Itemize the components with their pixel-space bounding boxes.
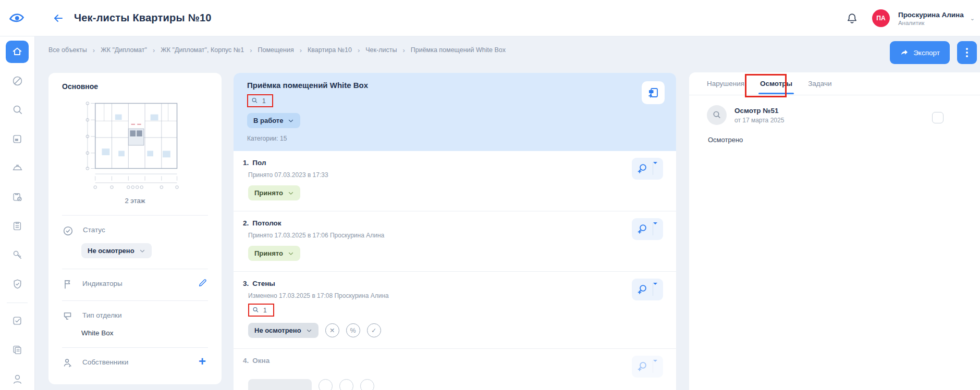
reject-x-icon[interactable]: ✕ — [325, 323, 339, 337]
chevron-down-icon — [288, 190, 294, 196]
breadcrumb-item-current: Приёмка помещений White Box — [411, 46, 506, 54]
chevron-down-icon — [139, 248, 145, 254]
edit-pencil-icon[interactable] — [198, 278, 208, 288]
sidebar-item-checklists[interactable] — [6, 215, 29, 237]
more-actions-button[interactable] — [957, 41, 977, 64]
sidebar-item-access[interactable] — [6, 244, 29, 266]
tab-violations[interactable]: Нарушения — [707, 80, 744, 87]
notifications-bell-icon[interactable] — [846, 12, 859, 25]
user-menu-chevron-icon[interactable]: ⌄ — [970, 15, 975, 22]
clipboard-check-icon — [11, 191, 23, 203]
export-share-icon — [900, 48, 909, 57]
owners-row: Собственники + — [48, 348, 222, 369]
page-title: Чек-листы Квартиры №10 — [74, 12, 212, 24]
inspection-checkbox[interactable] — [932, 112, 944, 123]
breadcrumb-item[interactable]: ЖК "Дипломат", Корпус №1 — [161, 46, 244, 54]
caret-down-icon[interactable] — [653, 164, 663, 173]
item-meta: Принято 17.03.2025 в 17:06 Проскурина Ал… — [248, 232, 663, 239]
sidebar-item-inspections[interactable] — [6, 186, 29, 208]
status-label: Статус — [83, 225, 105, 234]
item-number: 1. — [243, 159, 249, 167]
breadcrumb-separator-icon: › — [93, 46, 95, 54]
checklist-title: Приёмка помещений White Box — [247, 81, 663, 90]
magnifier-plus-icon — [632, 162, 653, 175]
breadcrumb-item[interactable]: Квартира №10 — [308, 46, 352, 54]
item-status-dropdown[interactable]: Не осмотрено — [248, 323, 318, 338]
tab-inspections[interactable]: Осмотры — [760, 80, 792, 87]
floor-label: 2 этаж — [48, 197, 222, 205]
caret-down-icon[interactable] — [653, 224, 663, 234]
item-title: Потолок — [252, 219, 281, 227]
kebab-dot — [966, 55, 968, 57]
item-meta: Принято 07.03.2023 в 17:33 — [248, 171, 663, 179]
indicators-label: Индикаторы — [82, 279, 123, 287]
add-owner-plus-icon[interactable]: + — [199, 354, 206, 369]
kebab-dot — [966, 48, 968, 50]
accept-check-icon[interactable]: ✓ — [367, 323, 381, 337]
export-button[interactable]: Экспорт — [890, 41, 950, 64]
breadcrumb-item[interactable]: Помещения — [258, 46, 293, 54]
breadcrumb-separator-icon: › — [402, 46, 405, 54]
partial-percent-icon — [339, 379, 353, 390]
magnifier-plus-icon — [632, 360, 653, 373]
sidebar-item-security[interactable] — [6, 273, 29, 295]
ban-icon — [11, 75, 23, 87]
item-inspect-button-group[interactable] — [632, 218, 663, 240]
checklist-card: Приёмка помещений White Box 1 В работе К… — [234, 73, 676, 390]
sidebar-item-documents[interactable] — [6, 338, 29, 361]
key-icon — [11, 249, 23, 261]
sidebar-item-restricted[interactable] — [6, 70, 29, 92]
checklist-status-value: В работе — [253, 117, 283, 124]
item-meta: Изменено 17.03.2025 в 17:08 Проскурина А… — [248, 292, 663, 299]
app-logo-eye-icon[interactable] — [6, 10, 27, 26]
active-tab-underline — [758, 93, 794, 94]
chevron-down-icon — [306, 328, 312, 334]
sidebar-divider — [7, 303, 28, 303]
item-inspect-button-group[interactable] — [632, 279, 663, 300]
apartment-status-value: Не осмотрено — [88, 247, 134, 255]
user-info[interactable]: Проскурина Алина Аналитик — [898, 11, 964, 26]
sidebar-item-home[interactable] — [6, 41, 29, 63]
breadcrumb-separator-icon: › — [153, 46, 155, 54]
magnifier-icon — [252, 306, 260, 314]
checklist-status-dropdown[interactable]: В работе — [247, 113, 300, 128]
item-status-dropdown[interactable]: Принято — [248, 246, 300, 261]
item-inspect-button-group[interactable] — [632, 158, 663, 180]
item-inspections-count-badge-annotated[interactable]: 1 — [248, 304, 274, 317]
checklist-item-okna[interactable]: 4. Окна — [234, 349, 676, 390]
item-status-value: Принято — [254, 189, 283, 197]
card-icon — [11, 133, 23, 145]
search-icon — [11, 104, 23, 116]
sidebar-item-search[interactable] — [6, 99, 29, 121]
tab-tasks[interactable]: Задачи — [808, 80, 831, 87]
magnifier-plus-icon — [632, 283, 653, 296]
item-status-dropdown[interactable]: Принято — [248, 185, 300, 200]
breadcrumb: Все объекты › ЖК "Дипломат" › ЖК "Диплом… — [48, 36, 506, 64]
inspection-list-item[interactable]: Осмотр №51 от 17 марта 2025 Осмотрено — [689, 95, 980, 144]
add-inspection-button[interactable] — [642, 81, 665, 104]
checklist-item-steny[interactable]: 3. Стены Изменено 17.03.2025 в 17:08 Про… — [234, 272, 676, 349]
user-name: Проскурина Алина — [898, 11, 964, 19]
tab-inspections-label: Осмотры — [760, 80, 792, 87]
sidebar-item-cards[interactable] — [6, 128, 29, 150]
sidebar-item-users[interactable] — [6, 368, 29, 390]
sidebar-item-tasks[interactable] — [6, 310, 29, 332]
apartment-status-dropdown[interactable]: Не осмотрено — [81, 243, 152, 258]
caret-down-icon — [653, 362, 663, 371]
back-arrow-icon[interactable] — [52, 12, 65, 24]
breadcrumb-item[interactable]: ЖК "Дипломат" — [101, 46, 147, 54]
inspection-title: Осмотр №51 — [734, 107, 784, 115]
breadcrumb-item[interactable]: Чек-листы — [365, 46, 397, 54]
partial-percent-icon[interactable]: % — [346, 323, 360, 337]
breadcrumb-item[interactable]: Все объекты — [48, 46, 87, 54]
user-avatar[interactable]: ПА — [872, 9, 890, 27]
indicators-row: Индикаторы — [48, 269, 222, 290]
inspections-count-badge-annotated[interactable]: 1 — [247, 94, 273, 107]
checklist-item-potolok[interactable]: 2. Потолок Принято 17.03.2025 в 17:06 Пр… — [234, 211, 676, 272]
sidebar-item-construction[interactable] — [6, 157, 29, 179]
checklist-item-pol[interactable]: 1. Пол Принято 07.03.2023 в 17:33 Принят… — [234, 151, 676, 211]
caret-down-icon[interactable] — [653, 285, 663, 294]
circle-check-icon — [62, 225, 74, 237]
floor-plan-image[interactable] — [80, 99, 190, 192]
item-status-value: Принято — [254, 249, 283, 257]
